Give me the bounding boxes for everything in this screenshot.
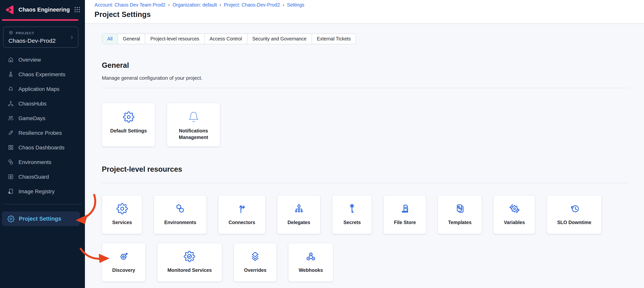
tab-security-and-governance[interactable]: Security and Governance — [247, 34, 312, 44]
gear-icon — [7, 215, 14, 222]
services-card[interactable]: Services — [102, 195, 142, 234]
slo-clock-icon — [568, 203, 580, 214]
card-label: Variables — [504, 219, 525, 226]
general-cards-row: Default Settings Notifications Managemen… — [102, 103, 629, 147]
lock-icon — [7, 173, 14, 180]
breadcrumb-organization-link[interactable]: Organization: default — [172, 2, 217, 8]
breadcrumb-settings-link[interactable]: Settings — [287, 2, 304, 8]
sidebar-item-label: Project Settings — [19, 216, 61, 222]
target-icon — [7, 85, 14, 92]
sidebar-item-chaosguard[interactable]: ChaosGuard — [0, 171, 85, 183]
sidebar-menu: Overview Chaos Experiments Application M… — [0, 54, 85, 197]
card-label: File Store — [394, 219, 416, 226]
delegates-card[interactable]: Delegates — [277, 195, 321, 234]
sidebar-divider — [3, 204, 82, 204]
overrides-card[interactable]: Overrides — [234, 243, 277, 282]
gear-check-icon — [184, 251, 196, 262]
sidebar-item-project-settings[interactable]: Project Settings — [2, 211, 80, 226]
variables-icon — [508, 203, 520, 214]
chevron-separator-icon: › — [220, 2, 221, 8]
brand-accent-underline — [2, 19, 78, 21]
layers-icon — [250, 251, 261, 262]
notifications-management-card[interactable]: Notifications Management — [167, 103, 220, 147]
sidebar-item-environments[interactable]: Environments — [0, 156, 85, 168]
environments-card[interactable]: Environments — [154, 195, 207, 234]
sidebar-item-resilience-probes[interactable]: Resilience Probes — [0, 127, 85, 138]
card-label: Connectors — [229, 219, 255, 226]
templates-icon — [454, 203, 466, 214]
dashboard-icon — [7, 144, 14, 151]
breadcrumb-project-link[interactable]: Project: Chaos-Dev-Prod2 — [224, 2, 280, 8]
hexagons-icon — [7, 159, 14, 166]
services-gear-icon — [116, 203, 128, 214]
breadcrumb-account-link[interactable]: Account: Chaos Dev Team Prod2 — [94, 2, 166, 8]
top-header: Account: Chaos Dev Team Prod2 › Organiza… — [85, 0, 644, 24]
brand-row: Chaos Engineering — [0, 0, 85, 19]
project-eyebrow-label: PROJECT — [16, 31, 34, 35]
project-selector[interactable]: PROJECT Chaos-Dev-Prod2 — [3, 27, 78, 48]
templates-card[interactable]: Templates — [438, 195, 482, 234]
card-label: Overrides — [244, 267, 266, 273]
bell-icon — [188, 111, 199, 123]
section-title-general: General — [102, 61, 629, 70]
tab-access-control[interactable]: Access Control — [204, 34, 247, 44]
card-label: Secrets — [343, 219, 360, 226]
webhook-icon — [305, 251, 316, 262]
sidebar-item-chaos-experiments[interactable]: Chaos Experiments — [0, 69, 85, 80]
section-divider — [102, 183, 629, 183]
org-chart-icon — [293, 203, 305, 214]
filter-tabs: All General Project-level resources Acce… — [102, 34, 356, 44]
chevron-right-icon — [69, 35, 74, 40]
section-title-resources: Project-level resources — [102, 165, 629, 174]
tab-external-tickets[interactable]: External Tickets — [312, 34, 356, 44]
branch-arrows-icon — [236, 203, 248, 214]
people-icon — [7, 115, 14, 122]
card-label: Notifications Management — [167, 128, 220, 140]
webhooks-card[interactable]: Webhooks — [288, 243, 333, 282]
home-icon — [7, 56, 14, 63]
tab-all[interactable]: All — [102, 34, 118, 44]
gear-icon — [123, 111, 134, 123]
sidebar-item-gamedays[interactable]: GameDays — [0, 112, 85, 124]
harness-chaos-logo-icon — [4, 5, 15, 15]
file-store-icon — [399, 203, 411, 214]
tab-project-level-resources[interactable]: Project-level resources — [146, 34, 204, 44]
app-root: Chaos Engineering — [0, 0, 644, 288]
card-label: Templates — [448, 219, 472, 226]
card-label: SLO Downtime — [557, 219, 591, 226]
cube-icon — [8, 30, 14, 35]
main-area: Account: Chaos Dev Team Prod2 › Organiza… — [85, 0, 644, 288]
card-label: Webhooks — [299, 267, 323, 273]
card-label: Services — [112, 219, 132, 226]
page-title: Project Settings — [94, 11, 644, 19]
secrets-card[interactable]: Secrets — [332, 195, 372, 234]
default-settings-card[interactable]: Default Settings — [102, 103, 155, 147]
variables-card[interactable]: Variables — [493, 195, 535, 234]
sidebar-item-chaos-dashboards[interactable]: Chaos Dashboards — [0, 142, 85, 153]
tab-general[interactable]: General — [118, 34, 146, 44]
discovery-hexagon-icon — [118, 251, 130, 262]
hexagons-icon — [174, 203, 186, 214]
sidebar-item-application-maps[interactable]: Application Maps — [0, 83, 85, 95]
discovery-card[interactable]: Discovery — [102, 243, 146, 282]
card-label: Environments — [164, 219, 196, 226]
section-description-general: Manage general configuration of your pro… — [102, 75, 629, 81]
sidebar-item-image-registry[interactable]: Image Registry — [0, 186, 85, 197]
file-store-card[interactable]: File Store — [384, 195, 426, 234]
monitored-services-card[interactable]: Monitored Services — [157, 243, 222, 282]
resources-cards-row-2: Discovery Monitored Services Overrides — [102, 243, 629, 282]
app-switcher-grid-icon[interactable] — [74, 6, 81, 14]
slo-downtime-card[interactable]: SLO Downtime — [547, 195, 602, 234]
registry-icon — [7, 188, 14, 195]
network-icon — [7, 100, 14, 107]
sidebar-item-chaoshubs[interactable]: ChaosHubs — [0, 98, 85, 109]
connectors-card[interactable]: Connectors — [218, 195, 266, 234]
breadcrumb: Account: Chaos Dev Team Prod2 › Organiza… — [94, 2, 644, 8]
app-title: Chaos Engineering — [18, 7, 74, 13]
key-icon — [346, 203, 358, 214]
card-label: Monitored Services — [168, 267, 212, 273]
section-divider — [102, 88, 629, 88]
sidebar-item-overview[interactable]: Overview — [0, 54, 85, 65]
flask-icon — [7, 71, 14, 78]
chevron-separator-icon: › — [282, 2, 284, 8]
